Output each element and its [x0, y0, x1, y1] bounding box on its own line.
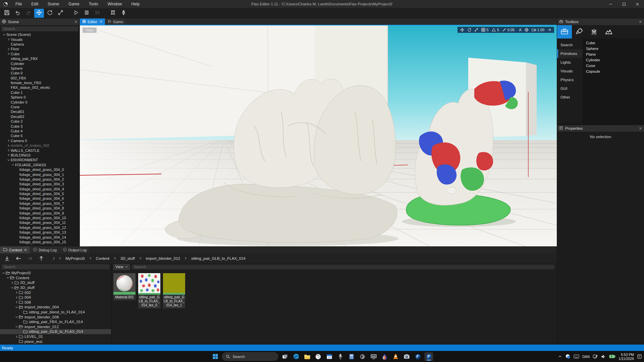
- scene-tree-item[interactable]: foliage_dried_grass_004_6: [0, 196, 79, 201]
- toolbox-tab-search[interactable]: Search: [557, 41, 583, 49]
- toolbox-item-capsule[interactable]: Capsule: [586, 68, 644, 74]
- content-tree-item[interactable]: 008: [0, 300, 111, 305]
- taskbar-paint-net-icon[interactable]: [380, 352, 389, 361]
- toolbar-scale-button[interactable]: [56, 9, 65, 18]
- scene-tree-item[interactable]: Camera 0: [0, 138, 79, 143]
- toolbar-plugins-button[interactable]: [119, 9, 128, 18]
- chevron-right-icon[interactable]: [10, 281, 14, 284]
- content-tree-item[interactable]: 3D_stuff: [0, 285, 111, 290]
- toolbar-save-button[interactable]: [2, 9, 12, 18]
- menu-tools[interactable]: Tools: [85, 1, 102, 7]
- stat-triangle[interactable]: 5: [492, 28, 499, 32]
- scene-tree-item[interactable]: Cube: [0, 52, 79, 56]
- forward-button[interactable]: [25, 254, 35, 262]
- toolbox-mode-toolbox[interactable]: [557, 25, 572, 39]
- breadcrumb-item[interactable]: MyProject3: [64, 256, 86, 261]
- content-tree-item[interactable]: import_blender_004: [0, 305, 111, 310]
- chevron-right-icon[interactable]: [6, 154, 11, 157]
- scene-tree-item[interactable]: foliage_dried_grass_004_15: [0, 240, 79, 244]
- chevron-right-icon[interactable]: [14, 301, 19, 304]
- taskbar-flax-editor-icon[interactable]: [425, 352, 433, 361]
- menu-file[interactable]: File: [11, 1, 26, 7]
- scene-tree-item[interactable]: Cube 5: [0, 133, 79, 138]
- content-tree-item[interactable]: 004: [0, 295, 111, 300]
- toolbox-item-plane[interactable]: Plane: [586, 51, 644, 57]
- taskbar-task-view-icon[interactable]: [281, 352, 289, 361]
- toolbox-item-cube[interactable]: Cube: [586, 40, 644, 46]
- taskbar-vlc-icon[interactable]: [391, 352, 400, 361]
- scene-tree-item[interactable]: Decal01: [0, 109, 79, 114]
- scene-search-input[interactable]: [1, 26, 78, 32]
- chevron-down-icon[interactable]: [14, 315, 19, 318]
- close-tab-icon[interactable]: ✕: [100, 20, 102, 23]
- chevron-down-icon[interactable]: [2, 33, 6, 36]
- scene-close-icon[interactable]: ✕: [74, 20, 77, 24]
- close-tab-icon[interactable]: ✕: [24, 248, 27, 252]
- taskbar-calculator-icon[interactable]: [347, 352, 356, 361]
- scene-tree-item[interactable]: Cylinder: [0, 61, 79, 66]
- scene-tree-item[interactable]: Floor: [0, 47, 79, 51]
- asset-tile[interactable]: sitting_pair_GLB_to_FLAX_014_tex_0: [138, 273, 160, 308]
- taskbar-paint-icon[interactable]: [314, 352, 323, 361]
- toolbox-mode-terrain[interactable]: [601, 25, 616, 39]
- scene-tree-item[interactable]: female_torso_FBX: [0, 80, 79, 85]
- stat-globe[interactable]: [525, 28, 529, 32]
- content-tree-item[interactable]: sitting_pair_blend_to_FLAX_014: [0, 310, 111, 315]
- stat-arrow-right[interactable]: [547, 28, 551, 32]
- content-tree-search-input[interactable]: [1, 264, 110, 269]
- scene-tree-item[interactable]: foliage_dried_grass_004_5: [0, 191, 79, 196]
- scene-tree-item[interactable]: foliage_dried_grass_004_1: [0, 172, 79, 177]
- import-button[interactable]: [2, 254, 12, 262]
- speaker-icon[interactable]: [601, 354, 606, 359]
- tab-debug-log[interactable]: Debug Log: [30, 246, 60, 253]
- taskbar-voice-recorder-icon[interactable]: [336, 352, 345, 361]
- scene-tree-item[interactable]: foliage_dried_grass_004_10: [0, 216, 79, 220]
- stat-letter[interactable]: A: [518, 28, 521, 32]
- scene-tree-item[interactable]: foliage_dried_grass_004_3: [0, 182, 79, 186]
- content-tree-item[interactable]: import_blender_012: [0, 324, 111, 329]
- minimize-button[interactable]: [604, 0, 617, 8]
- taskbar-snipping-tool-icon[interactable]: SnG: [369, 352, 378, 361]
- scene-tree-item[interactable]: Cube 0: [0, 71, 79, 75]
- scene-tree-item[interactable]: Visuals: [0, 37, 79, 42]
- scene-tree-item[interactable]: Sphere: [0, 66, 79, 71]
- breadcrumb-item[interactable]: /: [52, 256, 55, 261]
- content-tree-item[interactable]: Content: [0, 276, 111, 281]
- language-indicator[interactable]: DAN: [582, 355, 590, 359]
- scene-tree-item[interactable]: sitting_pair_FBX: [0, 56, 79, 61]
- scene-tree-item[interactable]: Decal02: [0, 114, 79, 119]
- taskbar-flax-launcher-icon[interactable]: [414, 352, 422, 361]
- close-button[interactable]: [631, 0, 644, 8]
- toolbar-play-button[interactable]: [71, 9, 81, 18]
- toolbox-tab-gui[interactable]: GUI: [557, 84, 583, 93]
- stat-ruler[interactable]: 0.05: [502, 28, 515, 32]
- toolbar-node-graph-button[interactable]: [108, 9, 118, 18]
- chevron-right-icon[interactable]: [6, 149, 11, 152]
- content-tree-item[interactable]: sitting_pair_FBX_to_FLAX_014: [0, 319, 111, 324]
- toolbox-mode-foliage[interactable]: [587, 25, 601, 39]
- taskbar-calendar-icon[interactable]: 11: [325, 352, 334, 361]
- toolbar-move-button[interactable]: [34, 9, 44, 18]
- taskbar-file-explorer-icon[interactable]: [303, 352, 312, 361]
- asset-tile[interactable]: Material.001: [113, 273, 136, 300]
- taskbar-clock[interactable]: 5:53 PM 1/11/2026: [619, 353, 634, 361]
- battery-icon[interactable]: [609, 355, 615, 358]
- menu-window[interactable]: Window: [104, 1, 126, 7]
- taskbar-search[interactable]: Search: [222, 352, 278, 361]
- scene-tree-item[interactable]: Cube 2: [0, 119, 79, 124]
- content-tree-item[interactable]: 002: [0, 290, 111, 295]
- chevron-down-icon[interactable]: [1, 272, 6, 275]
- scene-tree-item[interactable]: foliage_dried_grass_004_4: [0, 187, 79, 191]
- scene-tree-item[interactable]: foliage_dried_grass_004_12: [0, 225, 79, 230]
- menu-help[interactable]: Help: [127, 1, 144, 7]
- toolbox-tab-physics[interactable]: Physics: [557, 75, 583, 84]
- breadcrumb-item[interactable]: sitting_pair_GLB_to_FLAX_014: [190, 256, 247, 261]
- chevron-right-icon[interactable]: [6, 48, 11, 51]
- toolbar-pause-button[interactable]: [82, 9, 92, 18]
- touch-keyboard-icon[interactable]: [574, 354, 579, 359]
- toolbox-item-sphere[interactable]: Sphere: [586, 46, 644, 51]
- stat-grid[interactable]: 5: [481, 28, 489, 32]
- breadcrumb-item[interactable]: Content: [95, 256, 110, 261]
- toolbox-item-cone[interactable]: Cone: [586, 63, 644, 68]
- scene-tree-item[interactable]: Cylinder 0: [0, 100, 79, 104]
